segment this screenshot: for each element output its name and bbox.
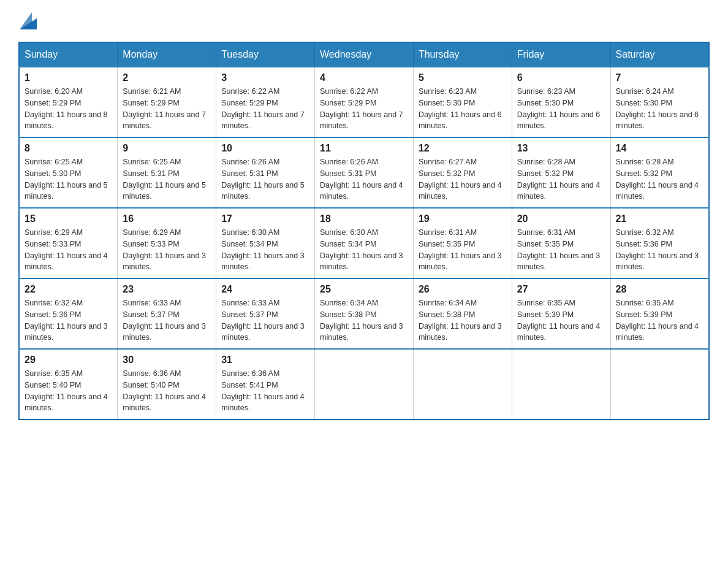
day-number: 25 [320,284,408,295]
calendar-cell: 31 Sunrise: 6:36 AMSunset: 5:41 PMDaylig… [216,349,315,419]
calendar-cell: 10 Sunrise: 6:26 AMSunset: 5:31 PMDaylig… [216,137,315,208]
page-header [18,12,710,29]
day-info: Sunrise: 6:33 AMSunset: 5:37 PMDaylight:… [123,297,211,343]
calendar-cell: 13 Sunrise: 6:28 AMSunset: 5:32 PMDaylig… [512,137,610,208]
calendar-cell [315,349,414,419]
day-info: Sunrise: 6:21 AMSunset: 5:29 PMDaylight:… [123,86,211,132]
day-info: Sunrise: 6:35 AMSunset: 5:40 PMDaylight:… [25,368,112,414]
calendar-cell: 12 Sunrise: 6:27 AMSunset: 5:32 PMDaylig… [413,137,512,208]
calendar-cell: 30 Sunrise: 6:36 AMSunset: 5:40 PMDaylig… [118,349,216,419]
day-info: Sunrise: 6:22 AMSunset: 5:29 PMDaylight:… [221,86,309,132]
header-monday: Monday [118,42,216,67]
day-number: 23 [123,284,211,295]
day-info: Sunrise: 6:25 AMSunset: 5:31 PMDaylight:… [123,156,211,202]
day-info: Sunrise: 6:29 AMSunset: 5:33 PMDaylight:… [123,227,211,273]
calendar-week-row: 1 Sunrise: 6:20 AMSunset: 5:29 PMDayligh… [19,67,709,137]
day-info: Sunrise: 6:36 AMSunset: 5:41 PMDaylight:… [221,368,309,414]
day-info: Sunrise: 6:30 AMSunset: 5:34 PMDaylight:… [320,227,408,273]
day-number: 18 [320,213,408,224]
calendar-cell: 22 Sunrise: 6:32 AMSunset: 5:36 PMDaylig… [19,278,118,349]
calendar-cell: 7 Sunrise: 6:24 AMSunset: 5:30 PMDayligh… [610,67,709,137]
day-number: 6 [517,72,605,83]
day-number: 7 [616,72,703,83]
calendar-cell: 14 Sunrise: 6:28 AMSunset: 5:32 PMDaylig… [610,137,709,208]
day-info: Sunrise: 6:35 AMSunset: 5:39 PMDaylight:… [616,297,703,343]
calendar-week-row: 8 Sunrise: 6:25 AMSunset: 5:30 PMDayligh… [19,137,709,208]
header-sunday: Sunday [19,42,118,67]
day-number: 10 [221,143,309,154]
logo-icon [20,12,37,29]
calendar-cell: 25 Sunrise: 6:34 AMSunset: 5:38 PMDaylig… [315,278,414,349]
day-number: 21 [616,213,703,224]
day-number: 2 [123,72,211,83]
calendar-cell: 19 Sunrise: 6:31 AMSunset: 5:35 PMDaylig… [413,208,512,278]
day-info: Sunrise: 6:31 AMSunset: 5:35 PMDaylight:… [419,227,507,273]
calendar-header-row: SundayMondayTuesdayWednesdayThursdayFrid… [19,42,709,67]
header-friday: Friday [512,42,610,67]
calendar-cell: 6 Sunrise: 6:23 AMSunset: 5:30 PMDayligh… [512,67,610,137]
day-number: 29 [25,354,112,366]
day-number: 8 [25,143,112,154]
day-number: 11 [320,143,408,154]
day-info: Sunrise: 6:33 AMSunset: 5:37 PMDaylight:… [221,297,309,343]
calendar-cell: 20 Sunrise: 6:31 AMSunset: 5:35 PMDaylig… [512,208,610,278]
day-info: Sunrise: 6:34 AMSunset: 5:38 PMDaylight:… [320,297,408,343]
calendar-week-row: 15 Sunrise: 6:29 AMSunset: 5:33 PMDaylig… [19,208,709,278]
calendar-cell: 29 Sunrise: 6:35 AMSunset: 5:40 PMDaylig… [19,349,118,419]
calendar-cell: 16 Sunrise: 6:29 AMSunset: 5:33 PMDaylig… [118,208,216,278]
day-info: Sunrise: 6:26 AMSunset: 5:31 PMDaylight:… [221,156,309,202]
calendar-table: SundayMondayTuesdayWednesdayThursdayFrid… [18,42,710,420]
day-number: 24 [221,284,309,295]
day-info: Sunrise: 6:30 AMSunset: 5:34 PMDaylight:… [221,227,309,273]
svg-marker-1 [20,12,32,29]
calendar-cell: 4 Sunrise: 6:22 AMSunset: 5:29 PMDayligh… [315,67,414,137]
header-saturday: Saturday [610,42,709,67]
logo [18,12,38,29]
day-number: 16 [123,213,211,224]
day-number: 27 [517,284,605,295]
day-info: Sunrise: 6:29 AMSunset: 5:33 PMDaylight:… [25,227,112,273]
calendar-cell [610,349,709,419]
calendar-cell [512,349,610,419]
calendar-cell: 11 Sunrise: 6:26 AMSunset: 5:31 PMDaylig… [315,137,414,208]
day-number: 31 [221,354,309,366]
day-number: 22 [25,284,112,295]
calendar-cell: 2 Sunrise: 6:21 AMSunset: 5:29 PMDayligh… [118,67,216,137]
header-tuesday: Tuesday [216,42,315,67]
calendar-cell: 9 Sunrise: 6:25 AMSunset: 5:31 PMDayligh… [118,137,216,208]
calendar-cell: 26 Sunrise: 6:34 AMSunset: 5:38 PMDaylig… [413,278,512,349]
day-number: 5 [419,72,507,83]
header-wednesday: Wednesday [315,42,414,67]
day-info: Sunrise: 6:36 AMSunset: 5:40 PMDaylight:… [123,368,211,414]
day-number: 14 [616,143,703,154]
day-number: 15 [25,213,112,224]
header-thursday: Thursday [413,42,512,67]
day-number: 19 [419,213,507,224]
day-number: 3 [221,72,309,83]
calendar-cell: 21 Sunrise: 6:32 AMSunset: 5:36 PMDaylig… [610,208,709,278]
calendar-cell: 17 Sunrise: 6:30 AMSunset: 5:34 PMDaylig… [216,208,315,278]
calendar-week-row: 29 Sunrise: 6:35 AMSunset: 5:40 PMDaylig… [19,349,709,419]
day-info: Sunrise: 6:27 AMSunset: 5:32 PMDaylight:… [419,156,507,202]
day-info: Sunrise: 6:32 AMSunset: 5:36 PMDaylight:… [616,227,703,273]
day-number: 17 [221,213,309,224]
calendar-cell: 23 Sunrise: 6:33 AMSunset: 5:37 PMDaylig… [118,278,216,349]
day-number: 20 [517,213,605,224]
day-info: Sunrise: 6:25 AMSunset: 5:30 PMDaylight:… [25,156,112,202]
day-number: 28 [616,284,703,295]
day-number: 4 [320,72,408,83]
day-info: Sunrise: 6:28 AMSunset: 5:32 PMDaylight:… [517,156,605,202]
day-info: Sunrise: 6:28 AMSunset: 5:32 PMDaylight:… [616,156,703,202]
day-number: 13 [517,143,605,154]
calendar-cell: 8 Sunrise: 6:25 AMSunset: 5:30 PMDayligh… [19,137,118,208]
day-info: Sunrise: 6:26 AMSunset: 5:31 PMDaylight:… [320,156,408,202]
day-number: 9 [123,143,211,154]
day-info: Sunrise: 6:34 AMSunset: 5:38 PMDaylight:… [419,297,507,343]
day-number: 26 [419,284,507,295]
day-number: 30 [123,354,211,366]
day-info: Sunrise: 6:23 AMSunset: 5:30 PMDaylight:… [419,86,507,132]
calendar-cell: 5 Sunrise: 6:23 AMSunset: 5:30 PMDayligh… [413,67,512,137]
day-info: Sunrise: 6:35 AMSunset: 5:39 PMDaylight:… [517,297,605,343]
day-info: Sunrise: 6:24 AMSunset: 5:30 PMDaylight:… [616,86,703,132]
calendar-cell [413,349,512,419]
